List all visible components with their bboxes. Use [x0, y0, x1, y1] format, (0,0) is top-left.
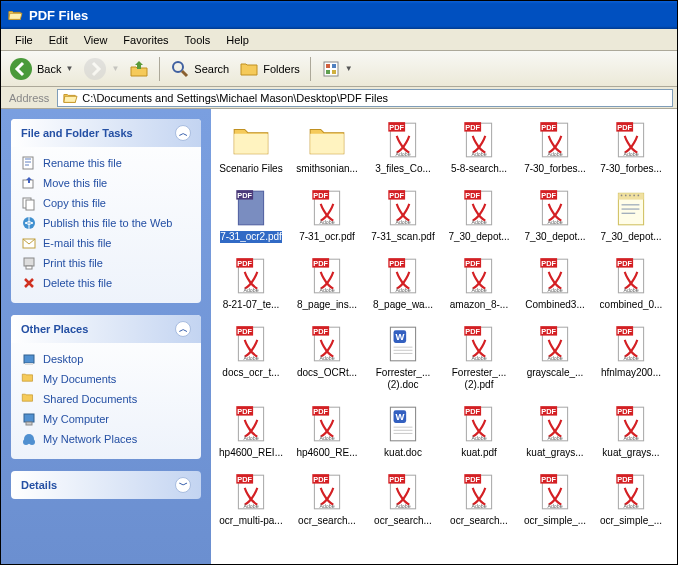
- file-item[interactable]: Forrester_...(2).doc: [367, 321, 439, 393]
- pdf-icon: [382, 255, 424, 297]
- place-item[interactable]: My Computer: [21, 409, 191, 429]
- file-item[interactable]: ocr_simple_...: [519, 469, 591, 529]
- task-icon: [21, 155, 37, 171]
- file-label: 7-31_ocr2.pdf: [220, 231, 282, 243]
- folders-icon: [239, 59, 259, 79]
- task-item[interactable]: E-mail this file: [21, 233, 191, 253]
- file-item[interactable]: ocr_simple_...: [595, 469, 667, 529]
- file-label: ocr_search...: [374, 515, 432, 527]
- file-item[interactable]: ocr_multi-pa...: [215, 469, 287, 529]
- file-item[interactable]: docs_OCRt...: [291, 321, 363, 393]
- forward-button[interactable]: ▼: [79, 55, 123, 83]
- file-label: kuat.doc: [384, 447, 422, 459]
- file-item[interactable]: 5-8-search...: [443, 117, 515, 177]
- svg-rect-39: [26, 266, 32, 269]
- pdf-icon: [458, 323, 500, 365]
- menu-file[interactable]: File: [7, 32, 41, 48]
- file-label: 3_files_Co...: [375, 163, 431, 175]
- file-item[interactable]: grayscale_...: [519, 321, 591, 393]
- file-item[interactable]: 7-30_forbes...: [519, 117, 591, 177]
- task-label: E-mail this file: [43, 237, 111, 249]
- file-item[interactable]: 7_30_depot...: [595, 185, 667, 245]
- panel-places-header[interactable]: Other Places ︿: [11, 315, 201, 343]
- menu-view[interactable]: View: [76, 32, 116, 48]
- file-item[interactable]: hfnlmay200...: [595, 321, 667, 393]
- file-item[interactable]: 3_files_Co...: [367, 117, 439, 177]
- file-item[interactable]: 7_30_depot...: [443, 185, 515, 245]
- file-item[interactable]: kuat_grays...: [595, 401, 667, 461]
- file-label: docs_ocr_t...: [222, 367, 279, 379]
- file-item[interactable]: 8_page_wa...: [367, 253, 439, 313]
- file-item[interactable]: kuat.pdf: [443, 401, 515, 461]
- file-item[interactable]: ocr_search...: [443, 469, 515, 529]
- svg-rect-38: [24, 258, 34, 266]
- task-item[interactable]: Copy this file: [21, 193, 191, 213]
- pdf-icon: [610, 471, 652, 513]
- file-item[interactable]: ocr_search...: [367, 469, 439, 529]
- file-item[interactable]: amazon_8-...: [443, 253, 515, 313]
- menu-help[interactable]: Help: [218, 32, 257, 48]
- file-item[interactable]: 7-31_scan.pdf: [367, 185, 439, 245]
- pdf-icon: [610, 255, 652, 297]
- task-item[interactable]: Delete this file: [21, 273, 191, 293]
- place-item[interactable]: My Documents: [21, 369, 191, 389]
- place-item[interactable]: Shared Documents: [21, 389, 191, 409]
- task-icon: [21, 275, 37, 291]
- file-item[interactable]: Combined3...: [519, 253, 591, 313]
- back-button[interactable]: Back ▼: [5, 55, 77, 83]
- file-item[interactable]: Scenario Files: [215, 117, 287, 177]
- file-label: ocr_search...: [298, 515, 356, 527]
- file-view[interactable]: Scenario Filessmithsonian...3_files_Co..…: [211, 109, 677, 564]
- address-path: C:\Documents and Settings\Michael Mason\…: [82, 92, 388, 104]
- file-label: Forrester_...: [376, 367, 430, 379]
- task-item[interactable]: Print this file: [21, 253, 191, 273]
- up-button[interactable]: [125, 57, 153, 81]
- pdf-icon: [534, 187, 576, 229]
- task-item[interactable]: Move this file: [21, 173, 191, 193]
- file-item[interactable]: docs_ocr_t...: [215, 321, 287, 393]
- place-icon: [21, 411, 37, 427]
- task-item[interactable]: Rename this file: [21, 153, 191, 173]
- file-item[interactable]: 7-31_ocr.pdf: [291, 185, 363, 245]
- place-icon: [21, 351, 37, 367]
- task-item[interactable]: Publish this file to the Web: [21, 213, 191, 233]
- search-button[interactable]: Search: [166, 57, 233, 81]
- place-icon: [21, 371, 37, 387]
- file-item[interactable]: hp4600_REI...: [215, 401, 287, 461]
- file-item[interactable]: ocr_search...: [291, 469, 363, 529]
- search-label: Search: [194, 63, 229, 75]
- window-title: PDF Files: [29, 8, 671, 23]
- menu-favorites[interactable]: Favorites: [115, 32, 176, 48]
- file-item[interactable]: hp4600_RE...: [291, 401, 363, 461]
- panel-details-header[interactable]: Details ﹀: [11, 471, 201, 499]
- file-label: 7-31_ocr.pdf: [299, 231, 355, 243]
- file-item[interactable]: 7-30_forbes...: [595, 117, 667, 177]
- menu-edit[interactable]: Edit: [41, 32, 76, 48]
- file-item[interactable]: combined_0...: [595, 253, 667, 313]
- file-item[interactable]: smithsonian...: [291, 117, 363, 177]
- forward-icon: [83, 57, 107, 81]
- file-label: 7_30_depot...: [600, 231, 661, 243]
- file-item[interactable]: kuat_grays...: [519, 401, 591, 461]
- file-item[interactable]: 8-21-07_te...: [215, 253, 287, 313]
- pdf-icon: [610, 403, 652, 445]
- menu-tools[interactable]: Tools: [177, 32, 219, 48]
- place-item[interactable]: My Network Places: [21, 429, 191, 449]
- place-icon: [21, 431, 37, 447]
- folders-button[interactable]: Folders: [235, 57, 304, 81]
- address-input[interactable]: C:\Documents and Settings\Michael Mason\…: [57, 89, 673, 107]
- file-item[interactable]: 7-31_ocr2.pdf: [215, 185, 287, 245]
- place-item[interactable]: Desktop: [21, 349, 191, 369]
- views-button[interactable]: ▼: [317, 57, 357, 81]
- file-item[interactable]: 8_page_ins...: [291, 253, 363, 313]
- file-item[interactable]: kuat.doc: [367, 401, 439, 461]
- separator: [159, 57, 160, 81]
- pdf-icon: [534, 255, 576, 297]
- folder-icon: [306, 119, 348, 161]
- svg-point-46: [29, 439, 35, 445]
- svg-rect-42: [24, 414, 34, 422]
- file-item[interactable]: 7_30_depot...: [519, 185, 591, 245]
- file-item[interactable]: Forrester_...(2).pdf: [443, 321, 515, 393]
- panel-tasks-header[interactable]: File and Folder Tasks ︿: [11, 119, 201, 147]
- task-label: Copy this file: [43, 197, 106, 209]
